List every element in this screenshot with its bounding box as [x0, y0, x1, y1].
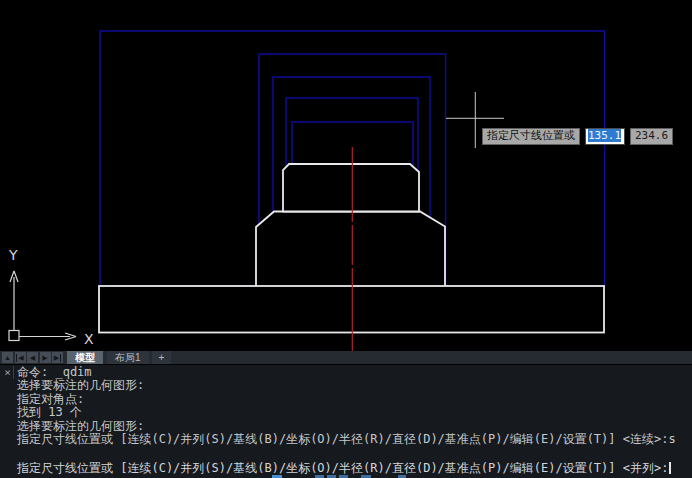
previous-tab-button[interactable]: ◀ [27, 352, 38, 363]
part-outline [99, 164, 604, 333]
first-arrow-icon: ◀ [16, 354, 23, 362]
ucs-y-label: Y [8, 247, 18, 263]
part-base-slab [99, 286, 604, 333]
ucs-icon [9, 271, 76, 341]
command-history-up-button[interactable]: ▲ [2, 352, 13, 363]
command-history-line: 命令: _qdim [17, 366, 690, 379]
part-middle-block [256, 212, 445, 288]
part-upper-block [283, 164, 419, 212]
tab-layout1[interactable]: 布局1 [107, 351, 149, 364]
command-history-line: 选择要标注的几何图形: [17, 420, 690, 433]
model-space-view: Y X [0, 0, 692, 351]
close-icon[interactable]: × [2, 367, 13, 378]
ucs-x-label: X [84, 331, 94, 347]
cad-application-window: Y X 指定尺寸线位置或 135.1 234.6 ▲ ◀ ◀ ▶ ▶ 模型 布局… [0, 0, 692, 478]
previous-arrow-icon: ◀ [30, 354, 35, 362]
command-history-line: 指定对角点: [17, 393, 690, 406]
command-panel-divider [13, 366, 14, 379]
dynamic-input-tooltip: 指定尺寸线位置或 135.1 234.6 [482, 128, 673, 145]
first-tab-button[interactable]: ◀ [15, 352, 26, 363]
next-tab-button[interactable]: ▶ [40, 352, 51, 363]
ucs-origin-square [9, 331, 19, 341]
command-history-line: 指定尺寸线位置或 [连续(C)/并列(S)/基线(B)/坐标(O)/半径(R)/… [17, 433, 690, 446]
dimension-value-input[interactable]: 135.1 [585, 128, 625, 145]
tab-model[interactable]: 模型 [67, 351, 103, 364]
command-line-panel: × 命令: _qdim 选择要标注的几何图形: 指定对角点: 找到 13 个 选… [0, 364, 692, 478]
last-arrow-icon: ▶ [54, 354, 61, 362]
command-history-line: 选择要标注的几何图形: [17, 379, 690, 392]
active-prompt-text: 指定尺寸线位置或 [连续(C)/并列(S)/基线(B)/坐标(O)/半径(R)/… [17, 461, 668, 475]
dimension-value-selected-text: 135.1 [588, 129, 621, 142]
command-input-line[interactable]: 指定尺寸线位置或 [连续(C)/并列(S)/基线(B)/坐标(O)/半径(R)/… [17, 461, 690, 475]
command-history-line: 找到 13 个 [17, 406, 690, 419]
dynamic-input-prompt: 指定尺寸线位置或 [482, 128, 580, 145]
layout-tab-bar: ▲ ◀ ◀ ▶ ▶ 模型 布局1 + [0, 351, 692, 364]
drawing-canvas[interactable]: Y X 指定尺寸线位置或 135.1 234.6 [0, 0, 692, 351]
add-layout-tab-button[interactable]: + [152, 351, 172, 364]
command-history: 命令: _qdim 选择要标注的几何图形: 指定对角点: 找到 13 个 选择要… [17, 366, 690, 446]
last-tab-button[interactable]: ▶ [52, 352, 63, 363]
next-arrow-icon: ▶ [42, 354, 47, 362]
text-cursor [669, 462, 671, 474]
triangle-up-icon: ▲ [4, 354, 11, 361]
dimension-secondary-field: 234.6 [630, 128, 673, 145]
